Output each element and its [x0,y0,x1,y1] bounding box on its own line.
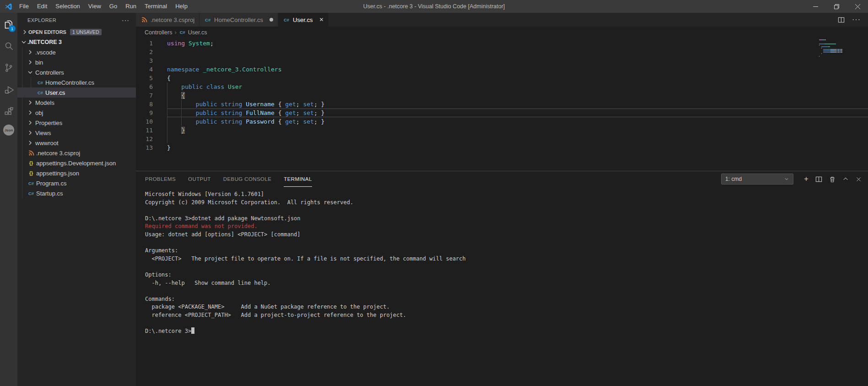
tree-item-properties[interactable]: Properties [17,118,136,128]
code-line: 3 [136,56,868,65]
tab-homecontroller-cs[interactable]: C#HomeController.cs [199,13,278,27]
extensions-icon[interactable] [0,101,17,123]
chevron-icon [27,139,34,147]
maximize-panel-button[interactable] [842,176,849,182]
explorer-icon[interactable]: 1 [0,13,17,35]
terminal-content[interactable]: Microsoft Windows [Version 6.1.7601]Copy… [136,187,868,386]
code-line: 13} [136,143,868,152]
tree-item-user-cs[interactable]: C#User.cs [17,87,136,98]
tree-item-bin[interactable]: bin [17,57,136,67]
close-panel-button[interactable] [856,176,862,182]
terminal-cursor [191,327,194,334]
tree-item-program-cs[interactable]: C#Program.cs [17,178,136,188]
code-line: 1using System; [136,39,868,48]
tree-item-homecontroller-cs[interactable]: C#HomeController.cs [17,77,136,87]
tree-item-controllers[interactable]: Controllers [17,67,136,77]
line-number: 12 [136,135,167,143]
menu-item-view[interactable]: View [84,0,105,13]
code-line-content: { [167,74,868,82]
restore-button[interactable] [826,0,847,13]
kill-terminal-button[interactable] [829,176,836,183]
menu-item-run[interactable]: Run [121,0,140,13]
sidebar-more-actions-icon[interactable]: ··· [122,16,129,24]
breadcrumb: Controllers›C#User.cs [136,27,868,38]
menu-item-terminal[interactable]: Terminal [140,0,171,13]
panel-tab-terminal[interactable]: TERMINAL [284,171,312,187]
minimize-button[interactable] [805,0,826,13]
search-icon[interactable] [0,35,17,57]
panel-tabs: PROBLEMSOUTPUTDEBUG CONSOLETERMINAL [145,171,324,187]
tree-item-models[interactable]: Models [17,98,136,108]
new-terminal-button[interactable]: + [804,174,809,184]
code-line: 2 [136,48,868,56]
menu-item-go[interactable]: Go [105,0,121,13]
tab-user-cs[interactable]: C#User.cs✕ [278,13,329,27]
tree-item-label: appsettings.json [36,170,79,177]
code-line-content [167,56,868,65]
tree-item-label: Views [35,130,51,136]
panel-tab-debug-console[interactable]: DEBUG CONSOLE [223,171,272,187]
file-tree: .vscodebinControllersC#HomeController.cs… [17,47,136,198]
csproj-file-icon [27,149,35,157]
source-control-icon[interactable] [0,57,17,79]
chevron-icon [27,49,34,56]
menu-item-selection[interactable]: Selection [51,0,84,13]
close-window-button[interactable] [847,0,868,13]
code-line-content: using System; [167,39,868,48]
terminal-selector-dropdown[interactable]: 1: cmd [721,174,793,185]
tab-label: .netcore 3.csproj [151,16,194,23]
tab-close-icon[interactable]: ✕ [319,16,323,23]
activity-bar: 1Json [0,13,17,386]
code-line: 12 [136,135,868,143]
sidebar-header: EXPLORER ··· [17,13,136,27]
minimap[interactable] [819,39,858,57]
tab-netcore-3-csproj[interactable]: .netcore 3.csproj [136,13,199,27]
chevron-right-icon [21,28,28,36]
csharp-file-icon: C# [27,179,35,187]
terminal-line: D:\.netcore 3> [145,327,868,336]
split-editor-icon[interactable] [838,16,845,23]
explorer-badge: 1 [9,25,16,32]
tree-root-netcore-3[interactable]: .NETCORE 3 [17,37,136,47]
terminal-line: Options: [145,271,868,279]
tree-item-startup-cs[interactable]: C#Startup.cs [17,188,136,198]
tree-item-netcore-3-csproj[interactable]: .netcore 3.csproj [17,148,136,158]
code-line: 5{ [136,74,868,82]
menu-item-file[interactable]: File [15,0,33,13]
panel-tab-output[interactable]: OUTPUT [188,171,211,187]
terminal-line: package <PACKAGE_NAME> Add a NuGet packa… [145,303,868,311]
code-line: 6 public class User [136,82,868,91]
tree-item-label: .netcore 3.csproj [36,150,80,157]
more-actions-icon[interactable]: ··· [852,16,861,24]
code-editor[interactable]: 1using System;234namespace _netcore_3.Co… [136,38,868,171]
line-number: 9 [136,109,167,117]
breadcrumb-item-controllers[interactable]: Controllers [145,29,172,36]
tab-dirty-icon[interactable] [270,18,273,22]
tree-item-label: HomeController.cs [45,79,94,86]
tree-item-appsettings-development-json[interactable]: {}appsettings.Development.json [17,158,136,168]
menu-item-help[interactable]: Help [171,0,192,13]
tree-item-views[interactable]: Views [17,128,136,138]
terminal-line: Arguments: [145,247,868,255]
terminal-line [145,320,868,328]
tree-item-label: Models [35,99,54,106]
code-line-content: } [167,126,868,135]
json-tool-icon[interactable]: Json [3,125,14,136]
panel-tab-problems[interactable]: PROBLEMS [145,171,176,187]
vscode-logo-icon [5,3,12,11]
open-editors-section[interactable]: OPEN EDITORS 1 UNSAVED [17,27,136,37]
run-debug-icon[interactable] [0,79,17,101]
tree-item-wwwroot[interactable]: wwwroot [17,138,136,148]
tree-item-obj[interactable]: obj [17,108,136,118]
bottom-panel: PROBLEMSOUTPUTDEBUG CONSOLETERMINAL 1: c… [136,171,868,386]
csharp-file-icon: C# [27,190,35,197]
menu-item-edit[interactable]: Edit [33,0,51,13]
open-editors-label: OPEN EDITORS [28,29,66,35]
code-line-content: { [167,91,868,100]
tree-item-appsettings-json[interactable]: {}appsettings.json [17,168,136,178]
terminal-line: -h, --help Show command line help. [145,279,868,288]
tree-item-vscode[interactable]: .vscode [17,47,136,57]
chevron-icon [27,69,34,76]
split-terminal-button[interactable] [815,176,822,183]
breadcrumb-item-user-cs[interactable]: C#User.cs [179,29,207,36]
